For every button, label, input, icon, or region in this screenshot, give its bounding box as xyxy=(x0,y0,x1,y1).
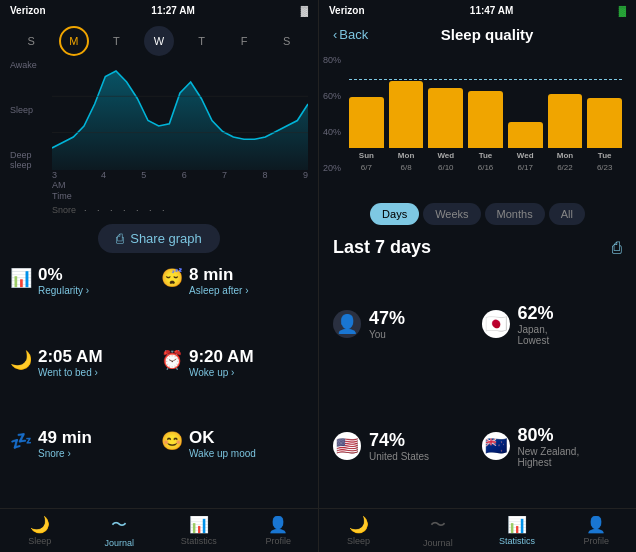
right-nav-sleep[interactable]: 🌙 Sleep xyxy=(319,515,398,548)
bar-mon2-day: Mon xyxy=(557,151,573,160)
day-wed[interactable]: W xyxy=(144,26,174,56)
last7-header: Last 7 days ⎙ xyxy=(319,231,636,262)
label-awake: Awake xyxy=(10,60,37,70)
left-status-icons: ▓ xyxy=(301,5,308,16)
x-label-5: 5 xyxy=(141,170,146,190)
left-nav-profile-label: Profile xyxy=(265,536,291,546)
left-carrier: Verizon xyxy=(10,5,46,16)
stat-japan-label: Japan,Lowest xyxy=(518,324,554,346)
right-share-icon[interactable]: ⎙ xyxy=(612,239,622,257)
day-fri[interactable]: F xyxy=(229,26,259,56)
back-button[interactable]: ‹ Back xyxy=(333,27,368,42)
x-label-6: 6 xyxy=(182,170,187,190)
day-sat[interactable]: S xyxy=(272,26,302,56)
tab-days[interactable]: Days xyxy=(370,203,419,225)
metric-regularity[interactable]: 📊 0% Regularity › xyxy=(10,265,157,339)
stat-you: 👤 47% You xyxy=(333,268,474,380)
time-label: Time xyxy=(0,190,318,202)
right-nav-journal-icon: 〜 xyxy=(430,515,446,536)
wakeup-icon: ⏰ xyxy=(161,349,183,371)
bar-sun-fill xyxy=(349,97,384,148)
last7-title: Last 7 days xyxy=(333,237,431,258)
metric-mood[interactable]: 😊 OK Wake up mood xyxy=(161,428,308,502)
right-nav-journal[interactable]: 〜 Journal xyxy=(398,515,477,548)
bar-wed2-day: Wed xyxy=(517,151,534,160)
tab-months[interactable]: Months xyxy=(485,203,545,225)
stat-japan-flag: 🇯🇵 xyxy=(482,310,510,338)
back-chevron-icon: ‹ xyxy=(333,27,337,42)
bar-tue2-fill xyxy=(587,98,622,148)
left-nav-sleep[interactable]: 🌙 Sleep xyxy=(0,515,80,548)
right-nav-statistics-icon: 📊 xyxy=(507,515,527,534)
left-nav-statistics[interactable]: 📊 Statistics xyxy=(159,515,239,548)
snore-metric-label: Snore › xyxy=(38,448,92,459)
stat-nz: 🇳🇿 80% New Zealand,Highest xyxy=(482,390,623,502)
tab-all[interactable]: All xyxy=(549,203,585,225)
y-40: 40% xyxy=(323,127,341,137)
regularity-icon: 📊 xyxy=(10,267,32,289)
mood-value: OK xyxy=(189,428,256,448)
bars-area: Sun 6/7 Mon 6/8 Wed 6/10 xyxy=(349,55,622,173)
metrics-grid: 📊 0% Regularity › 😴 8 min Asleep after ›… xyxy=(0,259,318,508)
bar-tue1-date: 6/16 xyxy=(478,163,494,173)
bar-mon1-fill xyxy=(389,81,424,148)
metric-snore[interactable]: 💤 49 min Snore › xyxy=(10,428,157,502)
bar-tue2: Tue 6/23 xyxy=(587,55,622,173)
share-graph-label: Share graph xyxy=(130,231,202,246)
stat-us: 🇺🇸 74% United States xyxy=(333,390,474,502)
day-sun[interactable]: S xyxy=(16,26,46,56)
left-nav-statistics-label: Statistics xyxy=(181,536,217,546)
right-status-bar: Verizon 11:47 AM ▓ xyxy=(319,0,636,20)
right-battery-icon: ▓ xyxy=(619,5,626,16)
left-nav-sleep-label: Sleep xyxy=(28,536,51,546)
wakeup-label: Woke up › xyxy=(189,367,254,378)
bar-wed1-wrap xyxy=(428,55,463,148)
bar-tue1-fill xyxy=(468,91,503,149)
bar-wed1-day: Wed xyxy=(437,151,454,160)
y-60: 60% xyxy=(323,91,341,101)
bar-mon2-date: 6/22 xyxy=(557,163,573,173)
bar-tue2-wrap xyxy=(587,55,622,148)
regularity-label: Regularity › xyxy=(38,285,89,296)
bar-mon2: Mon 6/22 xyxy=(548,55,583,173)
snore-metric-icon: 💤 xyxy=(10,430,32,452)
bedtime-label: Went to bed › xyxy=(38,367,103,378)
metric-bedtime[interactable]: 🌙 2:05 AM Went to bed › xyxy=(10,347,157,421)
bar-mon1-date: 6/8 xyxy=(401,163,412,173)
bar-mon2-fill xyxy=(548,94,583,148)
left-nav-profile[interactable]: 👤 Profile xyxy=(239,515,319,548)
right-nav-journal-label: Journal xyxy=(423,538,453,548)
day-tue[interactable]: T xyxy=(101,26,131,56)
snore-label: Snore xyxy=(52,205,76,215)
stat-japan-pct: 62% xyxy=(518,303,554,324)
battery-icon: ▓ xyxy=(301,5,308,16)
metric-wakeup[interactable]: ⏰ 9:20 AM Woke up › xyxy=(161,347,308,421)
share-graph-button[interactable]: ⎙ Share graph xyxy=(98,224,220,253)
metric-mood-text: OK Wake up mood xyxy=(189,428,256,459)
stat-nz-text: 80% New Zealand,Highest xyxy=(518,425,580,468)
right-nav-profile-label: Profile xyxy=(584,536,610,546)
left-nav-sleep-icon: 🌙 xyxy=(30,515,50,534)
asleep-value: 8 min xyxy=(189,265,248,285)
day-mon[interactable]: M xyxy=(59,26,89,56)
back-label: Back xyxy=(339,27,368,42)
chart-svg-wrap xyxy=(52,60,308,170)
metric-asleep[interactable]: 😴 8 min Asleep after › xyxy=(161,265,308,339)
snore-row: Snore · · · · · · · xyxy=(0,202,318,218)
bar-sun-day: Sun xyxy=(359,151,374,160)
bar-wed1: Wed 6/10 xyxy=(428,55,463,173)
left-nav-journal[interactable]: 〜 Journal xyxy=(80,515,160,548)
right-nav-profile[interactable]: 👤 Profile xyxy=(557,515,636,548)
bar-wed2-wrap xyxy=(508,55,543,148)
label-sleep: Sleep xyxy=(10,105,37,115)
right-header: ‹ Back Sleep quality xyxy=(319,20,636,47)
right-nav-statistics[interactable]: 📊 Statistics xyxy=(478,515,557,548)
x-label-8: 8 xyxy=(263,170,268,190)
left-bottom-nav: 🌙 Sleep 〜 Journal 📊 Statistics 👤 Profile xyxy=(0,508,318,552)
left-nav-profile-icon: 👤 xyxy=(268,515,288,534)
tab-weeks[interactable]: Weeks xyxy=(423,203,480,225)
day-thu[interactable]: T xyxy=(187,26,217,56)
left-nav-journal-label: Journal xyxy=(104,538,134,548)
left-panel: Verizon 11:27 AM ▓ S M T W T F S Awake S… xyxy=(0,0,318,552)
bar-wed2-fill xyxy=(508,122,543,148)
